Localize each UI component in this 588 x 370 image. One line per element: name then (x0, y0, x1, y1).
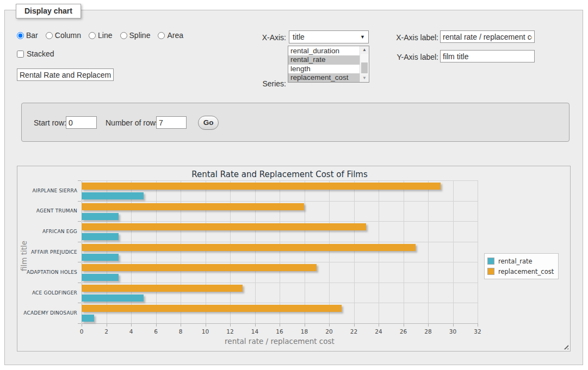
radio-bar[interactable] (17, 32, 24, 39)
x-axis-title: rental rate / replacement cost (82, 337, 478, 346)
gridline (428, 180, 429, 323)
gridline (156, 180, 157, 323)
x-axis-label-label: X-Axis label: (388, 33, 438, 42)
gridline (329, 180, 330, 323)
radio-chart-type-column[interactable]: Column (46, 31, 81, 40)
gridline (82, 323, 478, 324)
chart-container: Rental Rate and Replacement Cost of Film… (17, 166, 571, 352)
scrollbar-thumb[interactable] (361, 62, 368, 73)
legend-label: rental_rate (498, 258, 533, 265)
chart-title: Rental Rate and Replacement Cost of Film… (82, 170, 478, 179)
x-axis-selected-value: title (293, 33, 360, 41)
gridline (107, 180, 107, 323)
gridline (354, 180, 355, 323)
series-option[interactable]: length (288, 65, 360, 73)
series-option[interactable]: rental_rate (288, 55, 360, 64)
y-axis-tick (78, 303, 81, 303)
chart-bar-replacement_cost (82, 203, 304, 210)
gridline (280, 180, 280, 323)
chart-bar-rental_rate (82, 294, 144, 302)
x-tick-label: 12 (226, 328, 233, 335)
series-scrollbar[interactable]: ▲ ▼ (360, 46, 369, 82)
gridline (82, 303, 478, 303)
series-option[interactable]: replacement_cost (288, 73, 360, 82)
series-option[interactable]: rental_duration (288, 47, 360, 55)
scroll-up-icon[interactable]: ▲ (361, 46, 368, 54)
series-list-label: Series: (237, 79, 286, 88)
gridline (82, 180, 478, 181)
gridline (255, 180, 256, 323)
x-tick-label: 18 (301, 328, 308, 335)
x-tick-label: 30 (449, 328, 456, 335)
gridline (82, 262, 478, 262)
y-axis-tick (78, 180, 81, 181)
series-listbox[interactable]: rental_durationrental_ratelengthreplacem… (288, 46, 369, 83)
radio-area[interactable] (158, 32, 165, 39)
x-axis-select[interactable]: title ▼ (289, 30, 369, 43)
stacked-checkbox-row[interactable]: Stacked (17, 49, 54, 58)
start-row-input[interactable] (66, 116, 97, 129)
gridline (82, 201, 478, 202)
gridline (181, 180, 181, 323)
chart-bar-rental_rate (82, 254, 119, 261)
num-rows-input[interactable] (156, 116, 187, 129)
chart-bar-rental_rate (82, 274, 119, 281)
y-axis-tick (78, 262, 81, 262)
x-tick-label: 6 (154, 328, 158, 335)
legend-swatch (487, 268, 494, 275)
panel-title: Display chart (16, 4, 81, 18)
num-rows-label: Number of rows: (106, 118, 162, 127)
y-axis-label-input[interactable] (440, 50, 535, 62)
radio-chart-type-line[interactable]: Line (89, 31, 112, 40)
y-category-label: ACADEMY DINOSAUR (23, 310, 77, 316)
resize-handle-icon[interactable] (562, 343, 568, 349)
y-category-label: AGENT TRUMAN (36, 208, 77, 214)
chart-bar-replacement_cost (82, 223, 366, 230)
chart-bar-replacement_cost (82, 183, 441, 190)
radio-line[interactable] (89, 32, 96, 39)
gridline (82, 221, 478, 222)
x-axis-select-label: X-Axis: (237, 33, 286, 42)
chart-bar-replacement_cost (82, 305, 342, 312)
radio-chart-type-bar[interactable]: Bar (17, 31, 38, 40)
y-axis-title: film title (20, 223, 28, 289)
display-chart-panel: Display chart Bar Column Line Spline Are… (4, 10, 583, 365)
legend-item: replacement_cost (487, 266, 554, 277)
legend-item: rental_rate (487, 256, 554, 266)
x-tick-label: 8 (179, 328, 183, 335)
rows-panel: Start row: Number of rows: Go (21, 103, 570, 142)
chart-bar-rental_rate (82, 233, 119, 240)
gridline (131, 180, 132, 323)
x-tick-label: 10 (202, 328, 209, 335)
chart-bar-replacement_cost (82, 244, 416, 251)
x-axis-label-input[interactable] (440, 30, 535, 43)
x-tick-label: 0 (80, 328, 84, 335)
plot-area: 02468101214161820222426283032AIRPLANE SI… (82, 180, 478, 323)
chart-legend: rental_ratereplacement_cost (484, 253, 559, 279)
radio-chart-type-area[interactable]: Area (158, 31, 183, 40)
y-axis-label-label: Y-Axis label: (388, 53, 438, 61)
gridline (379, 180, 379, 323)
radio-spline[interactable] (120, 32, 127, 39)
y-category-label: AIRPLANE SIERRA (32, 188, 77, 193)
go-button[interactable]: Go (198, 116, 219, 130)
gridline (453, 180, 454, 323)
stacked-checkbox[interactable] (17, 51, 24, 58)
y-category-label: AFFAIR PREJUDICE (31, 249, 77, 255)
scroll-down-icon[interactable]: ▼ (361, 74, 368, 82)
y-category-label: ACE GOLDFINGER (32, 290, 77, 296)
chart-title-input[interactable] (17, 68, 114, 81)
y-axis-tick (78, 221, 81, 222)
y-axis-tick (78, 283, 81, 283)
x-tick-label: 16 (276, 328, 283, 335)
gridline (82, 283, 478, 283)
x-tick-label: 26 (400, 328, 407, 335)
x-tick-label: 24 (375, 328, 382, 335)
y-axis-tick (78, 323, 81, 324)
radio-chart-type-spline[interactable]: Spline (120, 31, 151, 40)
x-tick-label: 22 (350, 328, 357, 335)
x-tick-label: 28 (424, 328, 431, 335)
x-axis-tick (478, 323, 478, 327)
radio-column[interactable] (46, 32, 53, 39)
gridline (478, 180, 478, 323)
